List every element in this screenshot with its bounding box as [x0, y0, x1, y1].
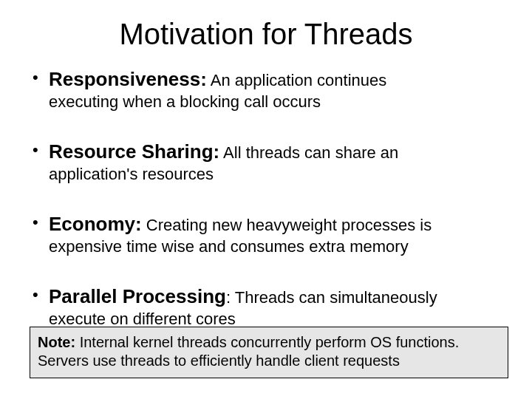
bullet-desc-lead: : Threads can simultaneously: [226, 288, 437, 307]
bullet-item: Parallel Processing: Threads can simulta…: [28, 284, 504, 329]
note-line1: Internal kernel threads concurrently per…: [75, 334, 459, 350]
note-box: Note: Internal kernel threads concurrent…: [30, 327, 508, 378]
bullet-item: Resource Sharing: All threads can share …: [28, 140, 504, 184]
slide: Motivation for Threads Responsiveness: A…: [0, 0, 532, 399]
bullet-term: Responsiveness:: [49, 68, 207, 90]
bullet-desc-rest: application's resources: [49, 165, 214, 183]
bullet-desc-rest: executing when a blocking call occurs: [49, 92, 321, 111]
bullet-desc-rest: execute on different cores: [49, 310, 236, 328]
bullet-desc-rest: expensive time wise and consumes extra m…: [49, 237, 409, 256]
bullet-desc-lead: An application continues: [207, 71, 386, 89]
bullet-term: Parallel Processing: [49, 285, 226, 307]
bullet-item: Responsiveness: An application continues…: [28, 67, 504, 112]
bullet-desc-lead: Creating new heavyweight processes is: [142, 216, 432, 234]
bullet-desc-lead: All threads can share an: [219, 143, 398, 162]
bullet-list: Responsiveness: An application continues…: [22, 67, 510, 329]
slide-title: Motivation for Threads: [22, 18, 510, 51]
bullet-item: Economy: Creating new heavyweight proces…: [28, 212, 504, 256]
note-line2: Servers use threads to efficiently handl…: [38, 352, 400, 369]
note-label: Note:: [38, 334, 75, 350]
bullet-term: Economy:: [49, 213, 142, 235]
bullet-term: Resource Sharing:: [49, 140, 219, 163]
